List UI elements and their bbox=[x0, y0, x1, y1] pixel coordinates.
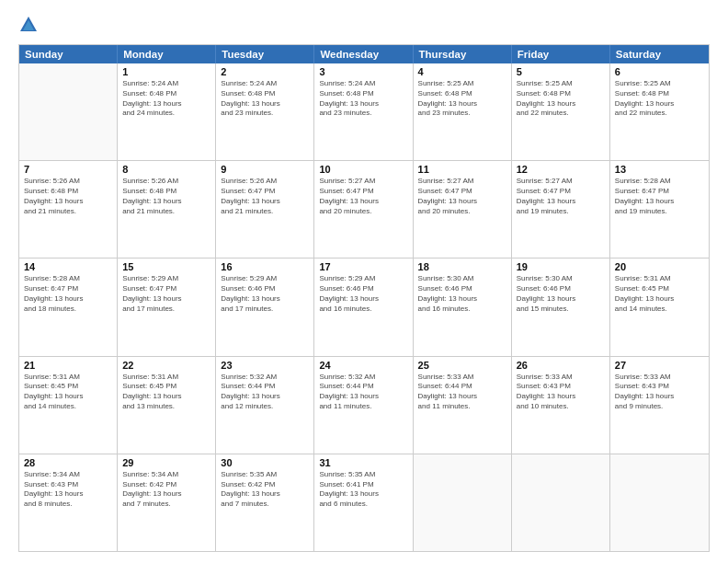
day-number: 9 bbox=[221, 164, 309, 175]
calendar-cell bbox=[610, 454, 709, 551]
cell-line: Sunrise: 5:29 AM bbox=[122, 274, 210, 284]
calendar-cell bbox=[414, 454, 512, 551]
day-number: 16 bbox=[221, 261, 309, 272]
cell-line: Sunset: 6:47 PM bbox=[122, 284, 210, 294]
calendar-header-cell: Saturday bbox=[610, 45, 709, 63]
cell-line: and 21 minutes. bbox=[24, 207, 112, 217]
day-number: 11 bbox=[418, 164, 506, 175]
calendar-cell bbox=[19, 63, 118, 160]
cell-line: and 20 minutes. bbox=[418, 207, 506, 217]
cell-line: and 15 minutes. bbox=[517, 304, 605, 315]
cell-line: Daylight: 13 hours bbox=[517, 99, 605, 109]
cell-line: Daylight: 13 hours bbox=[319, 294, 407, 304]
cell-line: Sunset: 6:48 PM bbox=[517, 89, 605, 99]
cell-line: Sunset: 6:44 PM bbox=[319, 382, 407, 392]
calendar-header-cell: Friday bbox=[512, 45, 610, 63]
cell-line: Daylight: 13 hours bbox=[418, 392, 506, 402]
calendar-cell bbox=[512, 454, 610, 551]
calendar-cell: 31Sunrise: 5:35 AMSunset: 6:41 PMDayligh… bbox=[314, 454, 413, 551]
cell-line: Sunset: 6:48 PM bbox=[122, 187, 210, 197]
cell-line: Sunrise: 5:25 AM bbox=[615, 79, 704, 89]
cell-line: Daylight: 13 hours bbox=[221, 294, 309, 304]
cell-line: Sunrise: 5:26 AM bbox=[122, 177, 210, 187]
cell-line: Daylight: 13 hours bbox=[418, 99, 506, 109]
cell-line: and 23 minutes. bbox=[319, 109, 407, 119]
day-number: 5 bbox=[517, 66, 605, 77]
cell-line: and 8 minutes. bbox=[24, 500, 112, 510]
cell-line: Sunrise: 5:30 AM bbox=[418, 274, 506, 284]
cell-line: Sunrise: 5:26 AM bbox=[221, 177, 309, 187]
calendar-header: SundayMondayTuesdayWednesdayThursdayFrid… bbox=[19, 45, 709, 63]
cell-line: Sunset: 6:42 PM bbox=[221, 480, 309, 490]
cell-line: Sunset: 6:43 PM bbox=[517, 382, 605, 392]
cell-line: Daylight: 13 hours bbox=[615, 99, 704, 109]
calendar-week: 28Sunrise: 5:34 AMSunset: 6:43 PMDayligh… bbox=[19, 454, 709, 551]
cell-line: and 23 minutes. bbox=[418, 109, 506, 119]
day-number: 1 bbox=[122, 66, 210, 77]
calendar-cell: 9Sunrise: 5:26 AMSunset: 6:47 PMDaylight… bbox=[216, 161, 314, 258]
calendar-cell: 27Sunrise: 5:33 AMSunset: 6:43 PMDayligh… bbox=[610, 357, 709, 454]
calendar-cell: 2Sunrise: 5:24 AMSunset: 6:48 PMDaylight… bbox=[216, 63, 314, 160]
cell-line: Sunrise: 5:33 AM bbox=[517, 373, 605, 383]
cell-line: Sunset: 6:48 PM bbox=[221, 89, 309, 99]
cell-line: Sunset: 6:46 PM bbox=[517, 284, 605, 294]
cell-line: Sunset: 6:42 PM bbox=[122, 480, 210, 490]
cell-line: Sunset: 6:41 PM bbox=[319, 480, 407, 490]
calendar-cell: 10Sunrise: 5:27 AMSunset: 6:47 PMDayligh… bbox=[314, 161, 413, 258]
day-number: 23 bbox=[221, 360, 309, 371]
cell-line: Sunrise: 5:24 AM bbox=[122, 79, 210, 89]
cell-line: and 14 minutes. bbox=[615, 304, 704, 315]
cell-line: Sunrise: 5:27 AM bbox=[319, 177, 407, 187]
calendar-cell: 16Sunrise: 5:29 AMSunset: 6:46 PMDayligh… bbox=[216, 259, 314, 355]
cell-line: Daylight: 13 hours bbox=[615, 197, 704, 207]
calendar-cell: 28Sunrise: 5:34 AMSunset: 6:43 PMDayligh… bbox=[19, 454, 118, 551]
calendar-cell: 22Sunrise: 5:31 AMSunset: 6:45 PMDayligh… bbox=[118, 357, 216, 454]
calendar-header-cell: Sunday bbox=[19, 45, 118, 63]
day-number: 20 bbox=[615, 261, 704, 272]
calendar-cell: 12Sunrise: 5:27 AMSunset: 6:47 PMDayligh… bbox=[512, 161, 610, 258]
day-number: 27 bbox=[615, 360, 704, 371]
calendar-cell: 19Sunrise: 5:30 AMSunset: 6:46 PMDayligh… bbox=[512, 259, 610, 355]
calendar-header-cell: Wednesday bbox=[314, 45, 413, 63]
cell-line: Sunrise: 5:25 AM bbox=[418, 79, 506, 89]
day-number: 18 bbox=[418, 261, 506, 272]
calendar-week: 21Sunrise: 5:31 AMSunset: 6:45 PMDayligh… bbox=[19, 357, 709, 454]
day-number: 25 bbox=[418, 360, 506, 371]
calendar-cell: 5Sunrise: 5:25 AMSunset: 6:48 PMDaylight… bbox=[512, 63, 610, 160]
day-number: 7 bbox=[24, 164, 112, 175]
cell-line: Sunset: 6:46 PM bbox=[221, 284, 309, 294]
cell-line: Daylight: 13 hours bbox=[517, 197, 605, 207]
cell-line: Sunrise: 5:33 AM bbox=[615, 373, 704, 383]
cell-line: Daylight: 13 hours bbox=[24, 197, 112, 207]
cell-line: and 19 minutes. bbox=[517, 207, 605, 217]
cell-line: Sunset: 6:45 PM bbox=[615, 284, 704, 294]
calendar-header-cell: Tuesday bbox=[216, 45, 314, 63]
cell-line: Daylight: 13 hours bbox=[122, 489, 210, 500]
cell-line: Sunset: 6:43 PM bbox=[24, 480, 112, 490]
cell-line: and 17 minutes. bbox=[221, 304, 309, 315]
cell-line: Sunset: 6:44 PM bbox=[418, 382, 506, 392]
cell-line: Daylight: 13 hours bbox=[221, 392, 309, 402]
calendar-cell: 29Sunrise: 5:34 AMSunset: 6:42 PMDayligh… bbox=[118, 454, 216, 551]
cell-line: Sunset: 6:47 PM bbox=[517, 187, 605, 197]
calendar-cell: 20Sunrise: 5:31 AMSunset: 6:45 PMDayligh… bbox=[610, 259, 709, 355]
cell-line: and 20 minutes. bbox=[319, 207, 407, 217]
cell-line: Sunrise: 5:31 AM bbox=[122, 373, 210, 383]
day-number: 17 bbox=[319, 261, 407, 272]
calendar-cell: 13Sunrise: 5:28 AMSunset: 6:47 PMDayligh… bbox=[610, 161, 709, 258]
calendar-week: 7Sunrise: 5:26 AMSunset: 6:48 PMDaylight… bbox=[19, 161, 709, 259]
cell-line: Sunrise: 5:32 AM bbox=[319, 373, 407, 383]
day-number: 26 bbox=[517, 360, 605, 371]
calendar-cell: 3Sunrise: 5:24 AMSunset: 6:48 PMDaylight… bbox=[314, 63, 413, 160]
cell-line: Sunrise: 5:29 AM bbox=[319, 274, 407, 284]
cell-line: Daylight: 13 hours bbox=[221, 489, 309, 500]
cell-line: Daylight: 13 hours bbox=[319, 392, 407, 402]
cell-line: Sunrise: 5:30 AM bbox=[517, 274, 605, 284]
cell-line: Daylight: 13 hours bbox=[517, 294, 605, 304]
cell-line: Daylight: 13 hours bbox=[24, 294, 112, 304]
page-header bbox=[18, 15, 710, 35]
cell-line: Sunrise: 5:35 AM bbox=[221, 470, 309, 480]
cell-line: Sunset: 6:47 PM bbox=[221, 187, 309, 197]
cell-line: and 7 minutes. bbox=[122, 500, 210, 510]
calendar-cell: 21Sunrise: 5:31 AMSunset: 6:45 PMDayligh… bbox=[19, 357, 118, 454]
